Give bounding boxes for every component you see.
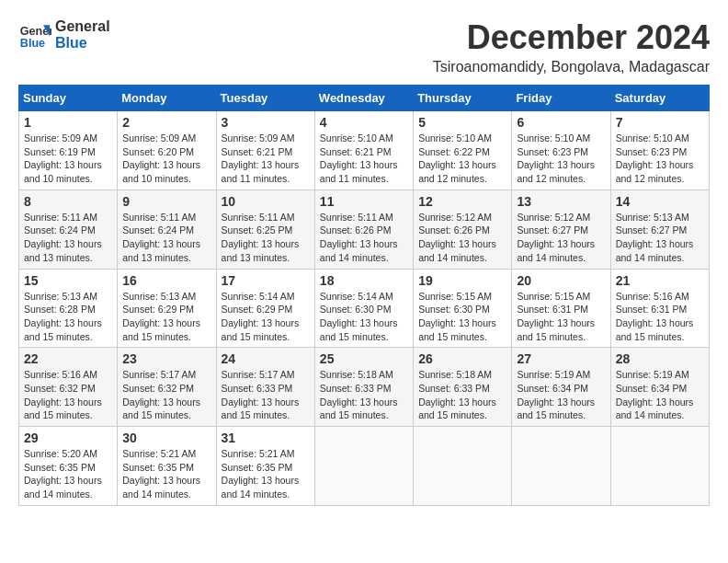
day-number: 21 bbox=[616, 273, 704, 288]
calendar-cell: 16Sunrise: 5:13 AMSunset: 6:29 PMDayligh… bbox=[118, 269, 216, 348]
calendar-cell: 19Sunrise: 5:15 AMSunset: 6:30 PMDayligh… bbox=[414, 269, 512, 348]
calendar-cell: 23Sunrise: 5:17 AMSunset: 6:32 PMDayligh… bbox=[118, 348, 216, 427]
day-number: 20 bbox=[517, 273, 605, 288]
calendar-week-row: 1Sunrise: 5:09 AMSunset: 6:19 PMDaylight… bbox=[19, 111, 710, 190]
day-number: 10 bbox=[222, 194, 310, 209]
day-info: Sunrise: 5:15 AMSunset: 6:30 PMDaylight:… bbox=[418, 290, 506, 344]
day-number: 24 bbox=[222, 351, 310, 366]
calendar-week-row: 15Sunrise: 5:13 AMSunset: 6:28 PMDayligh… bbox=[19, 269, 710, 348]
day-info: Sunrise: 5:10 AMSunset: 6:22 PMDaylight:… bbox=[418, 132, 506, 186]
day-number: 4 bbox=[320, 115, 408, 130]
day-number: 19 bbox=[418, 273, 506, 288]
weekday-header-wednesday: Wednesday bbox=[314, 86, 413, 111]
weekday-header-tuesday: Tuesday bbox=[216, 86, 314, 111]
page-header: General Blue General Blue December 2024 … bbox=[18, 18, 710, 75]
day-info: Sunrise: 5:10 AMSunset: 6:21 PMDaylight:… bbox=[320, 132, 408, 186]
weekday-header-friday: Friday bbox=[512, 86, 610, 111]
calendar-cell: 20Sunrise: 5:15 AMSunset: 6:31 PMDayligh… bbox=[512, 269, 610, 348]
day-number: 11 bbox=[320, 194, 408, 209]
calendar-week-row: 8Sunrise: 5:11 AMSunset: 6:24 PMDaylight… bbox=[19, 190, 710, 269]
day-info: Sunrise: 5:20 AMSunset: 6:35 PMDaylight:… bbox=[24, 447, 112, 501]
day-info: Sunrise: 5:13 AMSunset: 6:28 PMDaylight:… bbox=[24, 290, 112, 344]
day-number: 12 bbox=[418, 194, 506, 209]
logo: General Blue General Blue bbox=[18, 18, 110, 52]
calendar-cell: 15Sunrise: 5:13 AMSunset: 6:28 PMDayligh… bbox=[19, 269, 118, 348]
day-info: Sunrise: 5:14 AMSunset: 6:30 PMDaylight:… bbox=[320, 290, 408, 344]
day-info: Sunrise: 5:14 AMSunset: 6:29 PMDaylight:… bbox=[222, 290, 310, 344]
calendar-cell: 4Sunrise: 5:10 AMSunset: 6:21 PMDaylight… bbox=[314, 111, 413, 190]
day-number: 29 bbox=[24, 431, 112, 445]
day-info: Sunrise: 5:11 AMSunset: 6:24 PMDaylight:… bbox=[122, 211, 210, 265]
calendar-cell: 22Sunrise: 5:16 AMSunset: 6:32 PMDayligh… bbox=[19, 348, 118, 427]
day-number: 30 bbox=[122, 431, 210, 445]
day-number: 15 bbox=[24, 273, 112, 288]
day-number: 25 bbox=[320, 351, 408, 366]
calendar-cell: 11Sunrise: 5:11 AMSunset: 6:26 PMDayligh… bbox=[314, 190, 413, 269]
calendar-cell: 3Sunrise: 5:09 AMSunset: 6:21 PMDaylight… bbox=[216, 111, 314, 190]
day-number: 26 bbox=[418, 351, 506, 366]
calendar-cell bbox=[314, 427, 413, 506]
day-number: 14 bbox=[616, 194, 704, 209]
day-info: Sunrise: 5:11 AMSunset: 6:24 PMDaylight:… bbox=[24, 211, 112, 265]
calendar-week-row: 22Sunrise: 5:16 AMSunset: 6:32 PMDayligh… bbox=[19, 348, 710, 427]
logo-blue: Blue bbox=[55, 35, 110, 52]
calendar-cell: 7Sunrise: 5:10 AMSunset: 6:23 PMDaylight… bbox=[610, 111, 709, 190]
day-number: 16 bbox=[122, 273, 210, 288]
svg-text:Blue: Blue bbox=[20, 37, 45, 50]
day-info: Sunrise: 5:18 AMSunset: 6:33 PMDaylight:… bbox=[320, 368, 408, 422]
calendar-cell: 12Sunrise: 5:12 AMSunset: 6:26 PMDayligh… bbox=[414, 190, 512, 269]
calendar-cell: 1Sunrise: 5:09 AMSunset: 6:19 PMDaylight… bbox=[19, 111, 118, 190]
day-number: 22 bbox=[24, 351, 112, 366]
calendar-cell: 18Sunrise: 5:14 AMSunset: 6:30 PMDayligh… bbox=[314, 269, 413, 348]
calendar-cell: 6Sunrise: 5:10 AMSunset: 6:23 PMDaylight… bbox=[512, 111, 610, 190]
day-info: Sunrise: 5:11 AMSunset: 6:26 PMDaylight:… bbox=[320, 211, 408, 265]
day-info: Sunrise: 5:19 AMSunset: 6:34 PMDaylight:… bbox=[517, 368, 605, 422]
weekday-header-thursday: Thursday bbox=[414, 86, 512, 111]
day-number: 7 bbox=[616, 115, 704, 130]
calendar-cell: 9Sunrise: 5:11 AMSunset: 6:24 PMDaylight… bbox=[118, 190, 216, 269]
day-info: Sunrise: 5:10 AMSunset: 6:23 PMDaylight:… bbox=[616, 132, 704, 186]
day-info: Sunrise: 5:12 AMSunset: 6:27 PMDaylight:… bbox=[517, 211, 605, 265]
calendar-header-row: SundayMondayTuesdayWednesdayThursdayFrid… bbox=[19, 86, 710, 111]
calendar-cell: 31Sunrise: 5:21 AMSunset: 6:35 PMDayligh… bbox=[216, 427, 314, 506]
day-number: 9 bbox=[122, 194, 210, 209]
day-number: 2 bbox=[122, 115, 210, 130]
day-info: Sunrise: 5:15 AMSunset: 6:31 PMDaylight:… bbox=[517, 290, 605, 344]
calendar-cell: 24Sunrise: 5:17 AMSunset: 6:33 PMDayligh… bbox=[216, 348, 314, 427]
day-number: 13 bbox=[517, 194, 605, 209]
day-number: 23 bbox=[122, 351, 210, 366]
day-number: 28 bbox=[616, 351, 704, 366]
calendar-cell: 8Sunrise: 5:11 AMSunset: 6:24 PMDaylight… bbox=[19, 190, 118, 269]
day-number: 1 bbox=[24, 115, 112, 130]
day-number: 27 bbox=[517, 351, 605, 366]
calendar-cell: 29Sunrise: 5:20 AMSunset: 6:35 PMDayligh… bbox=[19, 427, 118, 506]
day-info: Sunrise: 5:16 AMSunset: 6:32 PMDaylight:… bbox=[24, 368, 112, 422]
day-info: Sunrise: 5:12 AMSunset: 6:26 PMDaylight:… bbox=[418, 211, 506, 265]
calendar-cell: 21Sunrise: 5:16 AMSunset: 6:31 PMDayligh… bbox=[610, 269, 709, 348]
day-info: Sunrise: 5:09 AMSunset: 6:21 PMDaylight:… bbox=[222, 132, 310, 186]
weekday-header-saturday: Saturday bbox=[610, 86, 709, 111]
day-info: Sunrise: 5:17 AMSunset: 6:33 PMDaylight:… bbox=[222, 368, 310, 422]
day-number: 5 bbox=[418, 115, 506, 130]
day-number: 31 bbox=[222, 431, 310, 445]
day-info: Sunrise: 5:09 AMSunset: 6:19 PMDaylight:… bbox=[24, 132, 112, 186]
weekday-header-monday: Monday bbox=[118, 86, 216, 111]
logo-general: General bbox=[55, 18, 110, 35]
day-number: 18 bbox=[320, 273, 408, 288]
calendar-cell: 5Sunrise: 5:10 AMSunset: 6:22 PMDaylight… bbox=[414, 111, 512, 190]
calendar-cell: 13Sunrise: 5:12 AMSunset: 6:27 PMDayligh… bbox=[512, 190, 610, 269]
day-number: 8 bbox=[24, 194, 112, 209]
calendar-cell bbox=[414, 427, 512, 506]
weekday-header-sunday: Sunday bbox=[19, 86, 118, 111]
calendar-cell: 14Sunrise: 5:13 AMSunset: 6:27 PMDayligh… bbox=[610, 190, 709, 269]
calendar-cell: 25Sunrise: 5:18 AMSunset: 6:33 PMDayligh… bbox=[314, 348, 413, 427]
day-info: Sunrise: 5:13 AMSunset: 6:27 PMDaylight:… bbox=[616, 211, 704, 265]
calendar-cell bbox=[610, 427, 709, 506]
month-title: December 2024 bbox=[433, 18, 710, 57]
day-info: Sunrise: 5:19 AMSunset: 6:34 PMDaylight:… bbox=[616, 368, 704, 422]
calendar-cell: 27Sunrise: 5:19 AMSunset: 6:34 PMDayligh… bbox=[512, 348, 610, 427]
calendar-cell: 2Sunrise: 5:09 AMSunset: 6:20 PMDaylight… bbox=[118, 111, 216, 190]
day-info: Sunrise: 5:18 AMSunset: 6:33 PMDaylight:… bbox=[418, 368, 506, 422]
day-info: Sunrise: 5:17 AMSunset: 6:32 PMDaylight:… bbox=[122, 368, 210, 422]
calendar-cell: 17Sunrise: 5:14 AMSunset: 6:29 PMDayligh… bbox=[216, 269, 314, 348]
